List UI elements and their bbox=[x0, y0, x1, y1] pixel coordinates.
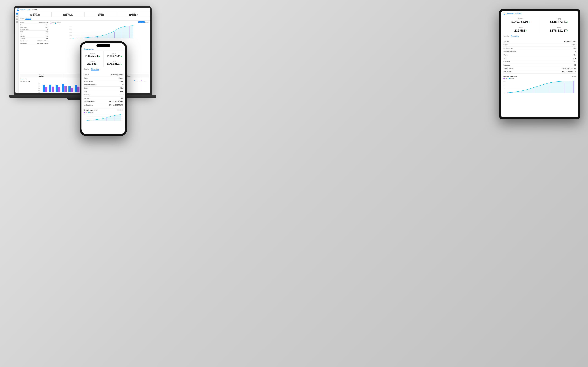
phone-broker-key: Broker bbox=[84, 77, 88, 79]
tablet-type-val: Real bbox=[573, 58, 576, 59]
tablet-tab-details[interactable]: Details bbox=[503, 35, 509, 38]
stat-profit-label: Profit bbox=[119, 13, 148, 14]
bar-tab-hourly[interactable]: Hourly bbox=[24, 78, 27, 80]
tablet-detail-started: Started trading 2023-12-11 06:35:04 bbox=[503, 67, 576, 70]
detail-mt-version-key: Metatrader version bbox=[20, 29, 30, 30]
chart-title: Growth over time bbox=[51, 21, 149, 23]
reset-zoom-button[interactable]: Reset Zoom bbox=[138, 21, 145, 23]
tablet-profit-dot bbox=[567, 30, 568, 31]
tablet-mt-version-key: Metatrader version bbox=[503, 51, 516, 52]
phone-body: Accounts / Balance $149,752.96 Equity $1… bbox=[80, 41, 127, 136]
stat-growth: Growth 237.586 bbox=[85, 12, 117, 17]
phone-tab-details[interactable]: Details bbox=[84, 68, 89, 71]
phone-stat-equity: Equity $135,473.41 bbox=[104, 51, 125, 59]
phone-broker-val: Broker bbox=[119, 77, 123, 79]
detail-updated: Last updated 2024-11-18 14:02:38 bbox=[20, 42, 48, 44]
tab-financials[interactable]: Financials bbox=[26, 18, 31, 20]
bar-tab-daily[interactable]: Daily bbox=[20, 78, 23, 80]
phone-scroll[interactable]: Balance $149,752.96 Equity $135,473.41 G… bbox=[81, 51, 125, 133]
tablet-stat-profit: Profit $178,631.87 bbox=[540, 25, 578, 34]
phone-client-val: John bbox=[120, 87, 123, 89]
sidebar-icon-2[interactable] bbox=[16, 16, 18, 17]
phone-detail-type: Type Real bbox=[84, 90, 123, 93]
balance-green-dot bbox=[99, 56, 100, 57]
phone-broker-server-key: Broker server bbox=[84, 81, 93, 82]
phone-breadcrumb-accounts[interactable]: Accounts bbox=[84, 48, 93, 50]
tablet-broker-val: Broker bbox=[572, 44, 576, 46]
phone-updated-key: Last updated bbox=[84, 104, 93, 106]
tablet-chart-section: Growth over time Growth Lots Growth 250%… bbox=[501, 74, 578, 96]
phone-currency-key: Currency bbox=[84, 94, 90, 96]
phone-stat-profit-value: $178,631.87 bbox=[106, 63, 123, 65]
phone-detail-mt-version: Metatrader version 4 bbox=[84, 83, 123, 87]
tablet-tab-financials[interactable]: Financials bbox=[511, 35, 519, 38]
svg-rect-39 bbox=[62, 84, 64, 92]
tablet-detail-broker: Broker Broker bbox=[503, 43, 576, 47]
tablet-profit-label: Profit bbox=[543, 27, 575, 28]
tablet-detail-client: Client John bbox=[503, 53, 576, 57]
chart-controls: Reset Zoom Growth bbox=[138, 21, 149, 23]
svg-text:100%: 100% bbox=[503, 93, 505, 93]
tablet-breadcrumb-number[interactable]: 12345 bbox=[516, 13, 521, 15]
app-logo bbox=[17, 8, 19, 11]
svg-text:250%: 250% bbox=[69, 26, 72, 27]
detail-broker-server-val: 2864 bbox=[45, 26, 48, 28]
detail-broker-server-key: Broker server bbox=[20, 26, 27, 28]
tablet-breadcrumb-sep: / bbox=[515, 13, 516, 15]
tab-details[interactable]: Details bbox=[20, 18, 24, 20]
phone-chart-section: Growth over time Growth Lots Growth 250% bbox=[81, 108, 125, 123]
stat-balance-value: $149,752.96 bbox=[20, 14, 50, 16]
phone-broker-server-val: 2864 bbox=[120, 81, 123, 82]
tablet-updated-key: Last updated bbox=[503, 71, 512, 73]
tablet-growth-dot bbox=[526, 30, 527, 31]
detail-broker-val: Broker bbox=[45, 24, 48, 25]
tablet-topbar: ☰ Accounts / 12345 bbox=[501, 11, 578, 16]
detail-currency-val: USD bbox=[46, 36, 48, 37]
tablet-breadcrumb-accounts[interactable]: Accounts bbox=[507, 13, 514, 15]
sidebar-icon-3[interactable] bbox=[16, 18, 18, 20]
laptop-sidebar bbox=[15, 12, 19, 93]
svg-rect-52 bbox=[77, 87, 79, 92]
svg-rect-51 bbox=[71, 88, 73, 92]
phone-detail-account: Account 2026960 (910753) bbox=[84, 73, 123, 76]
breadcrumb: Accounts / 12345 / Analysis bbox=[20, 9, 37, 10]
tablet-equity-label: Equity bbox=[543, 18, 575, 20]
phone-chart-button[interactable]: Growth bbox=[117, 109, 123, 111]
tablet-stats: Balance $149,752.96 Equity $135,473.41 G… bbox=[501, 16, 578, 34]
detail-account: Account 2026960 (910753) bbox=[20, 21, 48, 24]
svg-text:250%: 250% bbox=[503, 81, 505, 82]
tablet-leverage-key: Leverage bbox=[503, 64, 510, 66]
detail-broker: Broker Broker bbox=[20, 24, 48, 26]
svg-text:1.200: 1.200 bbox=[38, 84, 40, 85]
tablet-chart-legend: Lots Growth bbox=[503, 78, 576, 79]
stat-growth-value: 237.586 bbox=[86, 14, 116, 16]
growth-legend-dot bbox=[55, 23, 56, 24]
tablet-growth-chart-dot bbox=[509, 78, 510, 79]
phone-chart-legend: Lots Growth bbox=[84, 112, 123, 113]
phone-detail-client: Client John bbox=[84, 87, 123, 90]
tablet-stat-equity: Equity $135,473.41 bbox=[540, 16, 578, 25]
detail-mt-version-val: 4 bbox=[47, 29, 48, 30]
phone-tab-financials[interactable]: Financials bbox=[91, 68, 99, 71]
breadcrumb-number[interactable]: 12345 bbox=[27, 9, 30, 10]
sidebar-icon-1[interactable] bbox=[16, 13, 18, 15]
daily-profit-indicator: ↑ bbox=[43, 75, 44, 77]
laptop-tabs: Details Financials bbox=[19, 17, 150, 21]
tablet-stat-growth: Growth 237.586 bbox=[501, 25, 540, 34]
svg-text:200%: 200% bbox=[69, 29, 72, 30]
phone-client-key: Client bbox=[84, 87, 87, 89]
tablet-growth-label: Growth bbox=[572, 76, 576, 77]
stat-profit-value: $178,631.87 bbox=[119, 14, 148, 16]
stat-profit: Profit $178,631.87 bbox=[117, 12, 150, 17]
tablet-broker-key: Broker bbox=[503, 44, 508, 46]
menu-icon[interactable]: ☰ bbox=[503, 13, 505, 15]
sidebar-icon-4[interactable] bbox=[16, 21, 18, 23]
tablet-started-key: Started trading bbox=[503, 67, 514, 69]
tablet-broker-server-key: Broker server bbox=[503, 47, 513, 49]
phone-growth-dot bbox=[88, 112, 90, 113]
phone-stat-growth-label: Growth bbox=[84, 61, 101, 62]
detail-leverage-val: 500 bbox=[46, 38, 48, 39]
svg-text:1.000: 1.000 bbox=[38, 86, 40, 87]
breadcrumb-accounts[interactable]: Accounts bbox=[20, 9, 26, 10]
detail-broker-server: Broker server 2864 bbox=[20, 26, 48, 28]
